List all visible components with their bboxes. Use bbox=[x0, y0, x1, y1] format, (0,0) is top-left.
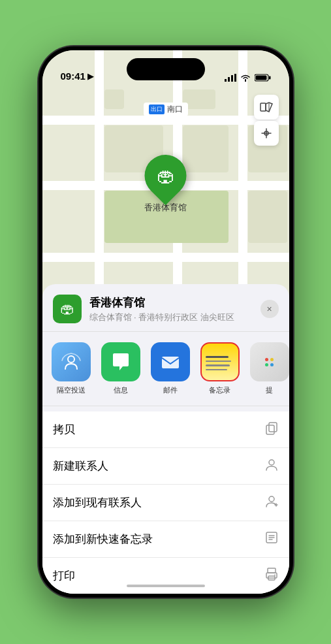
share-item-notes[interactable]: 备忘录 bbox=[199, 342, 241, 395]
more-dots bbox=[250, 342, 289, 381]
airdrop-label: 隔空投送 bbox=[57, 385, 86, 395]
notes-line-1 bbox=[206, 356, 229, 358]
place-subtitle: 综合体育馆 · 香港特别行政区 油尖旺区 bbox=[89, 312, 253, 323]
print-icon bbox=[264, 567, 279, 585]
location-pin: 🏟 香港体育馆 bbox=[144, 155, 187, 214]
copy-svg bbox=[264, 421, 279, 435]
pin-emoji: 🏟 bbox=[157, 165, 175, 187]
contact-icon bbox=[264, 457, 279, 475]
svg-rect-12 bbox=[269, 423, 277, 432]
mail-icon bbox=[151, 342, 190, 381]
copy-icon bbox=[264, 421, 279, 438]
svg-rect-2 bbox=[231, 75, 233, 82]
svg-rect-1 bbox=[228, 77, 230, 82]
action-add-existing-contact[interactable]: 添加到现有联系人 bbox=[42, 485, 289, 521]
mail-label: 邮件 bbox=[163, 385, 178, 395]
phone-screen: 09:41 ▶ bbox=[42, 50, 289, 594]
action-new-contact[interactable]: 新建联系人 bbox=[42, 448, 289, 485]
share-item-message[interactable]: 信息 bbox=[100, 342, 142, 395]
phone-frame: 09:41 ▶ bbox=[39, 46, 293, 598]
contact-svg bbox=[264, 457, 279, 472]
home-indicator bbox=[127, 585, 205, 587]
map-block bbox=[183, 125, 229, 172]
road bbox=[238, 50, 247, 325]
location-arrow-icon: ▶ bbox=[87, 72, 93, 81]
place-header: 🏟 香港体育馆 综合体育馆 · 香港特别行政区 油尖旺区 × bbox=[42, 295, 289, 332]
dot-row-2 bbox=[265, 363, 274, 366]
road bbox=[42, 253, 289, 262]
quick-note-icon bbox=[264, 530, 279, 548]
location-button[interactable] bbox=[254, 121, 279, 146]
action-copy-label: 拷贝 bbox=[53, 422, 75, 437]
airdrop-svg bbox=[60, 351, 82, 373]
bottom-sheet: 🏟 香港体育馆 综合体育馆 · 香港特别行政区 油尖旺区 × bbox=[42, 284, 289, 594]
status-icons bbox=[225, 74, 271, 82]
dot-yellow bbox=[270, 358, 274, 361]
compass-icon bbox=[260, 127, 272, 139]
svg-rect-13 bbox=[266, 425, 274, 434]
share-item-mail[interactable]: 邮件 bbox=[150, 342, 191, 395]
share-row: 隔空投送 信息 bbox=[42, 332, 289, 406]
map-area: 出口 南口 bbox=[42, 50, 289, 325]
place-icon: 🏟 bbox=[53, 295, 82, 323]
map-type-button[interactable] bbox=[254, 95, 279, 120]
dot-blue bbox=[270, 363, 274, 366]
road bbox=[95, 50, 104, 325]
action-quick-note[interactable]: 添加到新快速备忘录 bbox=[42, 521, 289, 558]
quick-note-svg bbox=[264, 530, 279, 545]
location-label: 出口 南口 bbox=[144, 103, 188, 116]
location-label-text: 南口 bbox=[167, 104, 183, 115]
svg-point-25 bbox=[274, 575, 276, 576]
place-name: 香港体育馆 bbox=[89, 295, 253, 310]
status-time: 09:41 ▶ bbox=[61, 71, 93, 82]
add-contact-svg bbox=[264, 494, 279, 508]
map-controls bbox=[254, 95, 279, 146]
svg-rect-22 bbox=[268, 568, 276, 573]
signal-icon bbox=[225, 74, 236, 82]
svg-point-15 bbox=[269, 496, 274, 502]
airdrop-icon bbox=[52, 342, 91, 381]
svg-point-10 bbox=[68, 356, 74, 362]
close-icon: × bbox=[266, 304, 272, 314]
share-item-airdrop[interactable]: 隔空投送 bbox=[50, 342, 92, 395]
notes-icon bbox=[200, 342, 240, 381]
svg-rect-3 bbox=[234, 74, 236, 82]
svg-point-14 bbox=[269, 460, 274, 465]
message-svg bbox=[110, 351, 132, 373]
action-copy[interactable]: 拷贝 bbox=[42, 411, 289, 448]
svg-rect-0 bbox=[225, 79, 227, 82]
action-list: 拷贝 新建联系人 bbox=[42, 411, 289, 594]
exit-tag: 出口 bbox=[149, 105, 165, 114]
action-new-contact-label: 新建联系人 bbox=[53, 459, 108, 474]
notes-line-2 bbox=[206, 361, 232, 362]
dot-green bbox=[265, 363, 268, 366]
map-block bbox=[248, 191, 287, 243]
pin-icon: 🏟 bbox=[136, 146, 195, 206]
notes-label: 备忘录 bbox=[209, 385, 230, 395]
time-display: 09:41 bbox=[61, 71, 86, 82]
battery-icon bbox=[255, 74, 271, 82]
notes-line-3 bbox=[206, 364, 230, 366]
place-info: 香港体育馆 综合体育馆 · 香港特别行政区 油尖旺区 bbox=[89, 295, 253, 323]
map-icon bbox=[260, 101, 273, 114]
more-icon bbox=[250, 342, 289, 381]
road bbox=[42, 116, 289, 125]
close-button[interactable]: × bbox=[260, 300, 279, 318]
notes-line-4 bbox=[206, 369, 227, 371]
action-print-label: 打印 bbox=[53, 568, 75, 583]
svg-rect-11 bbox=[162, 357, 179, 368]
svg-rect-6 bbox=[255, 76, 266, 80]
action-add-existing-label: 添加到现有联系人 bbox=[53, 495, 142, 510]
dot-row-1 bbox=[265, 358, 274, 361]
action-print[interactable]: 打印 bbox=[42, 558, 289, 594]
add-contact-icon bbox=[264, 494, 279, 511]
print-svg bbox=[264, 567, 279, 581]
more-label: 提 bbox=[266, 385, 273, 395]
share-item-more[interactable]: 提 bbox=[249, 342, 289, 395]
wifi-icon bbox=[240, 74, 251, 82]
svg-rect-7 bbox=[260, 103, 266, 111]
message-icon bbox=[101, 342, 140, 381]
dot-red bbox=[265, 358, 268, 361]
svg-rect-5 bbox=[269, 76, 271, 80]
notes-lines bbox=[202, 351, 238, 373]
